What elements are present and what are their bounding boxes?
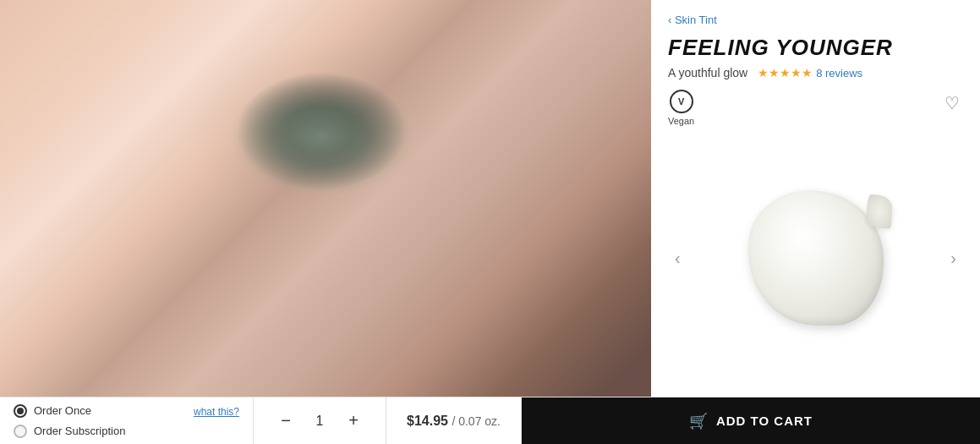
- product-swatch-image: [748, 190, 884, 326]
- product-hero-panel: [0, 0, 651, 397]
- plus-icon: +: [348, 411, 359, 430]
- quantity-increase-button[interactable]: +: [342, 409, 365, 433]
- what-this-link[interactable]: what this?: [194, 406, 239, 418]
- order-options-top: Order Once Order Subscription what this?: [14, 403, 239, 440]
- price-display: $14.95 / 0.07 oz.: [407, 414, 501, 429]
- order-subscription-label: Order Subscription: [34, 425, 125, 437]
- heart-icon: ♡: [944, 94, 960, 112]
- stars-icon: ★★★★★: [758, 66, 813, 79]
- order-options-left: Order Once Order Subscription: [14, 403, 125, 440]
- price-unit: / 0.07 oz.: [452, 414, 501, 428]
- badges-row: V Vegan ♡: [668, 90, 963, 126]
- price-section: $14.95 / 0.07 oz.: [386, 397, 522, 444]
- quantity-section: − 1 +: [254, 397, 386, 444]
- carousel-next-button[interactable]: ›: [944, 242, 963, 275]
- reviews-link[interactable]: 8 reviews: [816, 67, 862, 79]
- vegan-label: Vegan: [668, 116, 694, 126]
- bottom-bar: Order Once Order Subscription what this?…: [0, 397, 980, 444]
- wishlist-button[interactable]: ♡: [941, 90, 963, 117]
- product-title: FEELING YOUNGER: [668, 35, 963, 61]
- product-image-carousel: ‹ ›: [668, 133, 963, 383]
- add-to-cart-label: ADD TO CART: [716, 414, 813, 428]
- order-subscription-radio[interactable]: [14, 425, 27, 438]
- breadcrumb[interactable]: Skin Tint: [668, 14, 963, 26]
- cart-icon: 🛒: [689, 412, 708, 430]
- order-once-radio[interactable]: [14, 404, 27, 418]
- vegan-badge: V Vegan: [668, 90, 694, 126]
- product-subtitle: A youthful glow: [668, 66, 747, 79]
- quantity-value: 1: [311, 414, 328, 429]
- product-hero-image: [0, 0, 651, 397]
- price-amount: $14.95: [407, 414, 448, 428]
- carousel-prev-button[interactable]: ‹: [668, 242, 687, 275]
- vegan-icon: V: [670, 90, 693, 113]
- product-details-panel: Skin Tint FEELING YOUNGER A youthful glo…: [651, 0, 980, 397]
- add-to-cart-button[interactable]: 🛒 ADD TO CART: [522, 397, 980, 444]
- product-subtitle-row: A youthful glow ★★★★★ 8 reviews: [668, 66, 963, 79]
- order-once-option[interactable]: Order Once: [14, 404, 125, 418]
- stars-row: ★★★★★ 8 reviews: [758, 66, 862, 79]
- prev-arrow-icon: ‹: [675, 249, 681, 267]
- next-arrow-icon: ›: [950, 249, 956, 267]
- minus-icon: −: [281, 411, 291, 430]
- eye-detail-overlay: [0, 0, 651, 397]
- order-once-label: Order Once: [34, 404, 91, 417]
- quantity-decrease-button[interactable]: −: [274, 409, 298, 433]
- order-subscription-option[interactable]: Order Subscription: [14, 425, 125, 438]
- order-options-section: Order Once Order Subscription what this?: [0, 397, 254, 444]
